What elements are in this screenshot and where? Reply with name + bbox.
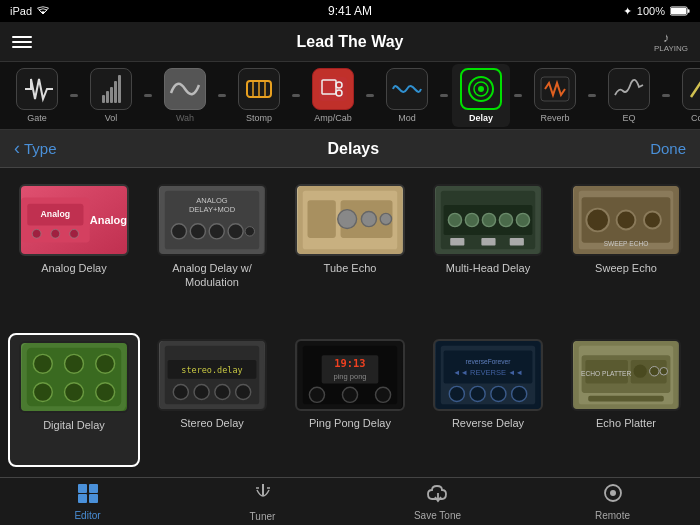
effects-chain: Gate Vol Wah <box>0 62 700 130</box>
svg-point-53 <box>617 211 636 230</box>
ping-pong-pedal-image: 19:13 ping pong <box>295 339 405 411</box>
vol-label: Vol <box>105 113 118 123</box>
svg-point-96 <box>660 367 668 375</box>
status-bar: iPad 9:41 AM ✦ 100% <box>0 0 700 22</box>
svg-point-28 <box>209 224 224 239</box>
delay-type-ping-pong[interactable]: 19:13 ping pong Ping Pong Delay <box>284 333 416 467</box>
svg-point-35 <box>338 210 357 229</box>
svg-point-77 <box>309 387 324 402</box>
svg-point-26 <box>171 224 186 239</box>
svg-text:ping pong: ping pong <box>333 371 366 380</box>
delay-type-analog-delay-mod[interactable]: ANALOG DELAY+MOD Analog Delay w/ Modulat… <box>146 178 278 323</box>
svg-point-45 <box>516 213 529 226</box>
delay-label: Delay <box>469 113 493 123</box>
tab-tuner[interactable]: Tuner <box>175 482 350 522</box>
tuner-tab-label: Tuner <box>250 511 276 522</box>
svg-rect-82 <box>444 350 533 383</box>
delay-type-analog-delay[interactable]: Analog Analog Delay <box>8 178 140 323</box>
svg-rect-47 <box>481 238 495 246</box>
connector <box>366 94 374 97</box>
save-tone-tab-label: Save Tone <box>414 510 461 521</box>
sweep-echo-pedal-image: SWEEP ECHO <box>571 184 681 256</box>
svg-text:stereo.delay: stereo.delay <box>181 365 242 375</box>
picker-done-button[interactable]: Done <box>650 140 686 157</box>
ampcab-label: Amp/Cab <box>314 113 352 123</box>
connector <box>662 94 670 97</box>
svg-point-79 <box>376 387 391 402</box>
gate-icon <box>16 68 58 110</box>
svg-point-29 <box>228 224 243 239</box>
stereo-delay-pedal-image: stereo.delay <box>157 339 267 411</box>
svg-point-41 <box>448 213 461 226</box>
svg-text:DELAY+MOD: DELAY+MOD <box>189 205 236 214</box>
status-time: 9:41 AM <box>328 4 372 18</box>
effect-gate[interactable]: Gate <box>8 64 66 127</box>
sweep-echo-label: Sweep Echo <box>595 261 657 275</box>
multi-head-pedal-image <box>433 184 543 256</box>
svg-point-43 <box>482 213 495 226</box>
stomp-label: Stomp <box>246 113 272 123</box>
tab-remote[interactable]: Remote <box>525 483 700 521</box>
effect-wah[interactable]: Wah <box>156 64 214 127</box>
svg-rect-101 <box>78 494 87 503</box>
svg-point-94 <box>634 364 647 377</box>
delay-type-tube-echo[interactable]: Tube Echo <box>284 178 416 323</box>
svg-rect-1 <box>688 9 690 13</box>
svg-text:◄◄ REVERSE ◄◄: ◄◄ REVERSE ◄◄ <box>453 368 523 377</box>
delay-type-stereo-delay[interactable]: stereo.delay Stereo Delay <box>146 333 278 467</box>
delay-type-echo-platter[interactable]: ECHO PLATTER Echo Platter <box>560 333 692 467</box>
mod-icon <box>386 68 428 110</box>
svg-point-69 <box>194 384 209 399</box>
picker-back-label: Type <box>24 140 57 157</box>
svg-point-62 <box>65 382 84 401</box>
digital-delay-pedal-image <box>19 341 129 413</box>
remote-tab-label: Remote <box>595 510 630 521</box>
tab-save-tone[interactable]: Save Tone <box>350 483 525 521</box>
delay-type-reverse-delay[interactable]: reverseForever ◄◄ REVERSE ◄◄ Reverse Del… <box>422 333 554 467</box>
svg-text:♪: ♪ <box>663 30 670 44</box>
analog-delay-label: Analog Delay <box>41 261 106 275</box>
effect-delay[interactable]: Delay <box>452 64 510 127</box>
reverse-delay-pedal-image: reverseForever ◄◄ REVERSE ◄◄ <box>433 339 543 411</box>
effect-eq[interactable]: EQ <box>600 64 658 127</box>
tab-editor[interactable]: Editor <box>0 483 175 521</box>
chevron-left-icon: ‹ <box>14 138 20 159</box>
delay-type-digital-delay[interactable]: Digital Delay <box>8 333 140 467</box>
svg-point-52 <box>586 209 609 232</box>
wah-icon <box>164 68 206 110</box>
svg-rect-2 <box>671 8 686 14</box>
effect-stomp[interactable]: Stomp <box>230 64 288 127</box>
mod-label: Mod <box>398 113 416 123</box>
effect-vol[interactable]: Vol <box>82 64 140 127</box>
svg-text:ANALOG: ANALOG <box>196 196 228 205</box>
svg-point-19 <box>32 229 41 238</box>
svg-point-20 <box>51 229 60 238</box>
delay-type-multi-head-delay[interactable]: Multi-Head Delay <box>422 178 554 323</box>
editor-icon <box>77 483 99 508</box>
ping-pong-label: Ping Pong Delay <box>309 416 391 430</box>
svg-point-70 <box>215 384 230 399</box>
effect-reverb[interactable]: Reverb <box>526 64 584 127</box>
menu-button[interactable] <box>12 36 32 48</box>
svg-point-87 <box>491 386 506 401</box>
header-title: Lead The Way <box>297 33 404 51</box>
effects-grid: Analog Analog Delay ANALOG DELAY+MOD Ana <box>0 168 700 477</box>
connector <box>70 94 78 97</box>
effect-ampcab[interactable]: Amp/Cab <box>304 64 362 127</box>
effect-comp[interactable]: Comp <box>674 64 700 127</box>
svg-point-88 <box>512 386 527 401</box>
svg-rect-99 <box>78 484 87 493</box>
status-left: iPad <box>10 5 49 17</box>
bottom-tabs: Editor Tuner Save Tone <box>0 477 700 525</box>
delay-type-sweep-echo[interactable]: SWEEP ECHO Sweep Echo <box>560 178 692 323</box>
wah-label: Wah <box>176 113 194 123</box>
connector <box>514 94 522 97</box>
eq-icon <box>608 68 650 110</box>
effect-mod[interactable]: Mod <box>378 64 436 127</box>
reverb-label: Reverb <box>540 113 569 123</box>
battery-icon <box>670 6 690 16</box>
ipad-label: iPad <box>10 5 32 17</box>
svg-rect-100 <box>89 484 98 493</box>
picker-back-button[interactable]: ‹ Type <box>14 138 57 159</box>
svg-rect-98 <box>588 395 664 401</box>
